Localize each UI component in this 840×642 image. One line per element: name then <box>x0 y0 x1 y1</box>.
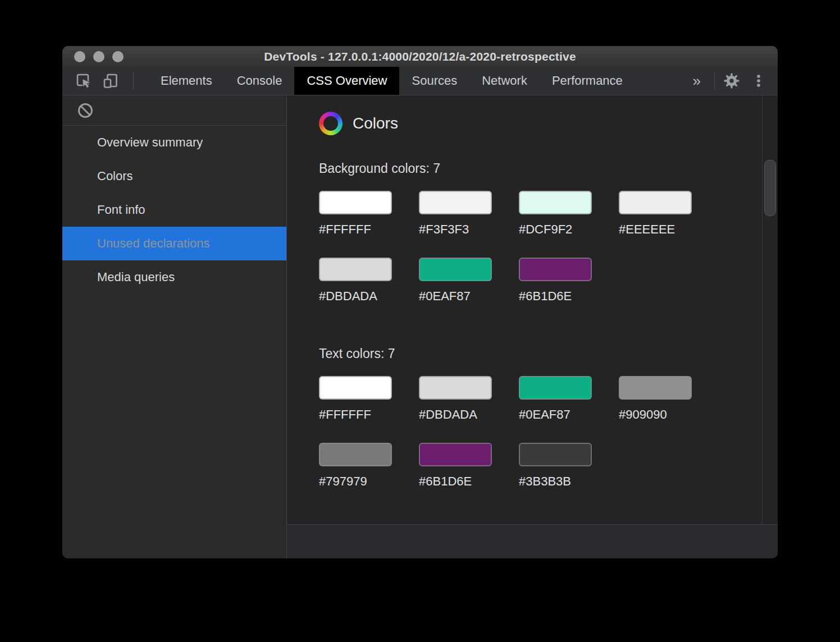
color-section-background-colors: Background colors: 7#FFFFFF#F3F3F3#DCF9F… <box>319 161 730 304</box>
swatch-hex-label: #909090 <box>619 407 692 422</box>
maximize-button[interactable] <box>112 51 124 62</box>
swatch-cell: #FFFFFF <box>319 376 392 422</box>
gear-icon <box>723 72 740 89</box>
settings-button[interactable] <box>723 70 741 92</box>
devtools-toolbar: ElementsConsoleCSS OverviewSourcesNetwor… <box>62 67 778 95</box>
swatch-hex-label: #6B1D6E <box>419 474 492 489</box>
section-label: Text colors: 7 <box>319 346 730 361</box>
scrollbar-thumb[interactable] <box>764 160 776 216</box>
device-toolbar-icon <box>102 72 119 89</box>
clear-overview-button[interactable] <box>76 101 95 120</box>
swatch-hex-label: #797979 <box>319 474 392 489</box>
swatch-cell: #F3F3F3 <box>419 191 492 237</box>
color-swatch[interactable] <box>319 191 392 214</box>
color-swatch[interactable] <box>619 191 692 214</box>
tab-css-overview[interactable]: CSS Overview <box>294 67 399 95</box>
swatch-cell: #DBDADA <box>419 376 492 422</box>
color-swatch[interactable] <box>419 191 492 214</box>
devtools-window: DevTools - 127.0.0.1:4000/2020/12/a-2020… <box>62 46 778 558</box>
color-swatch[interactable] <box>319 258 392 281</box>
heading-row: Colors <box>319 112 730 135</box>
device-toolbar-button[interactable] <box>102 70 120 92</box>
swatch-cell: #0EAF87 <box>419 258 492 304</box>
css-overview-panel: Colors Background colors: 7#FFFFFF#F3F3F… <box>287 95 778 558</box>
swatch-hex-label: #3B3B3B <box>519 474 592 489</box>
swatch-hex-label: #DBDADA <box>419 407 492 422</box>
tab-sources[interactable]: Sources <box>399 67 469 95</box>
sidebar-item-overview-summary[interactable]: Overview summary <box>62 126 286 159</box>
color-swatch[interactable] <box>419 258 492 281</box>
color-section-text-colors: Text colors: 7#FFFFFF#DBDADA#0EAF87#9090… <box>319 346 730 489</box>
css-overview-sidebar: Overview summaryColorsFont infoUnused de… <box>62 95 287 558</box>
swatch-cell: #6B1D6E <box>519 258 592 304</box>
main-menu-button[interactable] <box>750 70 768 92</box>
more-tabs-button[interactable]: » <box>687 72 706 90</box>
close-button[interactable] <box>74 51 85 62</box>
color-swatch[interactable] <box>419 376 492 400</box>
swatch-hex-label: #DCF9F2 <box>519 222 592 237</box>
sidebar-item-media-queries[interactable]: Media queries <box>62 260 286 294</box>
swatch-hex-label: #EEEEEE <box>619 222 692 237</box>
color-wheel-icon <box>319 112 343 135</box>
minimize-button[interactable] <box>93 51 104 62</box>
swatch-hex-label: #0EAF87 <box>519 407 592 422</box>
tab-network[interactable]: Network <box>469 67 540 95</box>
colors-content: Colors Background colors: 7#FFFFFF#F3F3F… <box>287 95 778 524</box>
traffic-lights <box>74 51 124 62</box>
color-swatch[interactable] <box>319 376 392 400</box>
panel-tabs: ElementsConsoleCSS OverviewSourcesNetwor… <box>148 67 635 95</box>
colors-heading: Colors <box>353 114 398 132</box>
swatch-cell: #FFFFFF <box>319 191 392 237</box>
bottom-drawer-bar <box>287 524 778 558</box>
color-swatch[interactable] <box>519 443 592 466</box>
color-swatch[interactable] <box>419 443 492 466</box>
swatch-cell: #3B3B3B <box>519 443 592 489</box>
kebab-menu-icon <box>751 72 766 89</box>
sidebar-item-font-info[interactable]: Font info <box>62 193 286 227</box>
color-swatch[interactable] <box>519 191 592 214</box>
tab-performance[interactable]: Performance <box>540 67 635 95</box>
swatch-cell: #DCF9F2 <box>519 191 592 237</box>
titlebar: DevTools - 127.0.0.1:4000/2020/12/a-2020… <box>62 46 778 67</box>
color-swatch[interactable] <box>619 376 692 400</box>
window-title: DevTools - 127.0.0.1:4000/2020/12/a-2020… <box>264 50 576 63</box>
swatch-hex-label: #F3F3F3 <box>419 222 492 237</box>
sidebar-nav: Overview summaryColorsFont infoUnused de… <box>62 126 286 294</box>
color-swatch[interactable] <box>519 258 592 281</box>
color-swatch[interactable] <box>519 376 592 400</box>
swatch-grid: #FFFFFF#DBDADA#0EAF87#909090#797979#6B1D… <box>319 376 730 489</box>
swatch-hex-label: #DBDADA <box>319 289 392 304</box>
toolbar-divider <box>714 72 715 89</box>
swatch-cell: #797979 <box>319 443 392 489</box>
sidebar-toolbar <box>62 95 286 126</box>
swatch-hex-label: #FFFFFF <box>319 407 392 422</box>
swatch-hex-label: #FFFFFF <box>319 222 392 237</box>
scrollbar[interactable] <box>762 95 778 524</box>
swatch-cell: #DBDADA <box>319 258 392 304</box>
swatch-cell: #6B1D6E <box>419 443 492 489</box>
toolbar-divider <box>133 72 134 89</box>
sidebar-item-unused-declarations[interactable]: Unused declarations <box>62 227 286 260</box>
inspect-element-button[interactable] <box>75 70 93 92</box>
swatch-cell: #909090 <box>619 376 692 422</box>
swatch-cell: #0EAF87 <box>519 376 592 422</box>
inspect-cursor-icon <box>75 72 92 89</box>
swatch-hex-label: #0EAF87 <box>419 289 492 304</box>
section-label: Background colors: 7 <box>319 161 730 176</box>
sidebar-item-colors[interactable]: Colors <box>62 159 286 193</box>
color-swatch[interactable] <box>319 443 392 466</box>
tab-console[interactable]: Console <box>225 67 295 95</box>
swatch-grid: #FFFFFF#F3F3F3#DCF9F2#EEEEEE#DBDADA#0EAF… <box>319 191 730 304</box>
block-icon <box>76 102 94 120</box>
swatch-hex-label: #6B1D6E <box>519 289 592 304</box>
color-sections: Background colors: 7#FFFFFF#F3F3F3#DCF9F… <box>319 161 730 489</box>
tab-elements[interactable]: Elements <box>148 67 225 95</box>
swatch-cell: #EEEEEE <box>619 191 692 237</box>
